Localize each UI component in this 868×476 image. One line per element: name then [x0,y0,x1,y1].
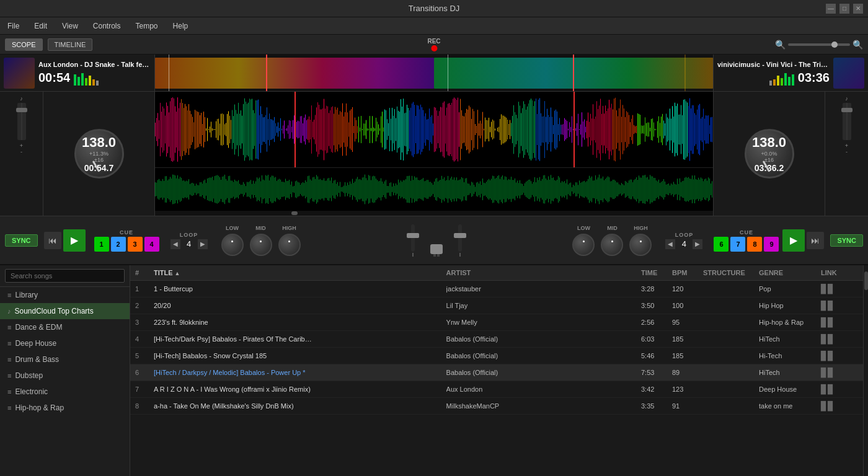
right-loop-label: LOOP [675,232,694,238]
left-eq-high-knob[interactable] [278,234,301,256]
left-mini-waveform: // Generate mini waveform bars via JS af… [155,55,434,91]
left-cue-2[interactable]: 2 [111,237,126,252]
right-cue-transport-button[interactable]: ⏭ [807,232,824,249]
left-track-title: Aux London - DJ Snake - Talk feat. Georg… [38,61,151,68]
sidebar-item-2[interactable]: ≡Dance & EDM [0,319,130,335]
menu-help[interactable]: Help [170,19,191,33]
table-row[interactable]: 6 [HiTech / Darkpsy / Melodic] Babalos -… [130,364,863,381]
song-link-7: ▊▊ [821,401,858,411]
right-eq-mid-knob[interactable] [601,234,623,256]
col-title-header[interactable]: TITLE ▲ [154,269,446,276]
song-title-6: A R I Z O N A - I Was Wrong (offrami x J… [154,386,446,393]
song-genre-0: Pop [759,285,821,293]
song-link-2: ▊▊ [821,317,858,327]
zoom-out-icon[interactable]: 🔍 [775,40,786,50]
table-row[interactable]: 4 [Hi-Tech/Dark Psy] Babalos - Pirates O… [130,331,863,348]
song-artist-4: Babalos (Official) [446,352,641,359]
left-cue-4[interactable]: 4 [144,237,159,252]
right-bpm-knob[interactable]: 138.0 +0.0% ±16 03:36.2 [745,129,794,178]
left-loop-decrease[interactable]: ◀ [170,239,180,249]
left-eq-low-knob[interactable] [221,234,244,256]
sidebar-item-4[interactable]: ≡Drum & Bass [0,351,130,368]
song-link-1: ▊▊ [821,301,858,311]
library-area: ≡Library♪SoundCloud Top Charts≡Dance & E… [0,265,868,476]
right-eq-low-knob[interactable] [572,234,595,256]
menu-controls[interactable]: Controls [91,19,123,33]
song-num-1: 2 [135,302,154,309]
right-volume-fader[interactable] [843,103,851,140]
left-cue-buttons: 1 2 3 4 [94,237,159,252]
minimize-button[interactable]: — [826,4,836,14]
table-row[interactable]: 3 223's ft. 9lokknine Ynw Melly 2:56 95 … [130,314,863,331]
right-waveform [434,92,713,216]
menu-file[interactable]: File [5,19,22,33]
scope-button[interactable]: SCOPE [5,38,43,51]
right-sync-button[interactable]: SYNC [830,234,863,247]
zoom-slider[interactable] [788,43,850,46]
table-row[interactable]: 5 [Hi-Tech] Babalos - Snow Crystal 185 B… [130,348,863,364]
left-cue-transport-button[interactable]: ⏮ [44,232,61,249]
right-cue-8[interactable]: 8 [747,237,762,252]
right-mini-waveform [434,55,713,91]
song-time-4: 5:46 [641,352,672,359]
right-cue-7[interactable]: 7 [730,237,745,252]
col-genre-header[interactable]: GENRE [759,269,821,276]
left-bpm-knob[interactable]: 138.0 +11.3% ±16 00:54.7 [74,129,124,178]
right-cue-6[interactable]: 6 [714,237,728,252]
table-row[interactable]: 7 A R I Z O N A - I Was Wrong (offrami x… [130,381,863,398]
search-input[interactable] [5,269,125,283]
right-eq-high-knob[interactable] [629,234,652,256]
left-eq-mid-knob[interactable] [250,234,272,256]
sidebar-item-7[interactable]: ≡Hip-hop & Rap [0,400,130,416]
right-cue-9[interactable]: 9 [764,237,779,252]
song-artist-1: Lil Tjay [446,302,641,309]
scrollbar[interactable] [863,265,868,476]
timeline-button[interactable]: TIMELINE [48,38,93,51]
table-row[interactable]: 8 a-ha - Take On Me (Milkshake's Silly D… [130,398,863,415]
left-loop-increase[interactable]: ▶ [198,239,208,249]
crossfader[interactable] [433,247,440,252]
sidebar-item-5[interactable]: ≡Dubstep [0,368,130,384]
left-track-thumb [4,58,35,89]
left-loop-section: LOOP ◀ 4 ▶ [170,232,208,249]
left-loop-control: ◀ 4 ▶ [170,239,208,249]
menu-view[interactable]: View [60,19,81,33]
song-bpm-3: 185 [672,335,703,343]
zoom-slider-thumb [831,42,838,48]
col-time-header[interactable]: TIME [641,269,672,276]
left-sync-button[interactable]: SYNC [5,234,38,247]
maximize-button[interactable]: □ [839,4,849,14]
sidebar-items: ≡Library♪SoundCloud Top Charts≡Dance & E… [0,287,130,416]
right-loop-decrease[interactable]: ◀ [665,239,675,249]
table-row[interactable]: 1 1 - Buttercup jackstauber 3:28 120 Pop… [130,281,863,298]
table-row[interactable]: 2 20/20 Lil Tjay 3:50 100 Hip Hop ▊▊ [130,298,863,314]
menu-edit[interactable]: Edit [32,19,50,33]
col-artist-header[interactable]: ARTIST [446,269,641,276]
col-link-header[interactable]: LINK [821,269,858,276]
left-channel-fader[interactable] [411,224,415,257]
right-loop-value: 4 [678,239,690,249]
left-play-button[interactable]: ▶ [63,229,86,252]
close-button[interactable]: ✕ [853,4,863,14]
sidebar-item-0[interactable]: ≡Library [0,287,130,303]
sidebar-item-3[interactable]: ≡Deep House [0,335,130,351]
col-bpm-header[interactable]: BPM [672,269,703,276]
sidebar-item-1[interactable]: ♪SoundCloud Top Charts [0,303,130,319]
left-cue-3[interactable]: 3 [128,237,143,252]
zoom-in-icon[interactable]: 🔍 [852,40,863,50]
left-volume-fader[interactable] [17,103,26,140]
col-structure-header[interactable]: STRUCTURE [703,269,759,276]
right-play-button[interactable]: ▶ [782,229,805,252]
sidebar-item-6[interactable]: ≡Electronic [0,384,130,400]
right-channel-fader[interactable] [458,224,462,257]
song-list[interactable]: # TITLE ▲ ARTIST TIME BPM STRUCTURE GENR… [130,265,863,476]
song-link-3: ▊▊ [821,334,858,344]
left-eq: LOW MID HIGH [221,225,301,256]
left-cue-1[interactable]: 1 [94,237,109,252]
sidebar-label-0: Library [15,291,38,299]
sidebar-label-4: Drum & Bass [15,355,59,364]
right-loop-increase[interactable]: ▶ [693,239,702,249]
title-bar: Transitions DJ — □ ✕ [0,0,868,17]
left-position-dot[interactable] [291,211,298,215]
menu-tempo[interactable]: Tempo [133,19,161,33]
